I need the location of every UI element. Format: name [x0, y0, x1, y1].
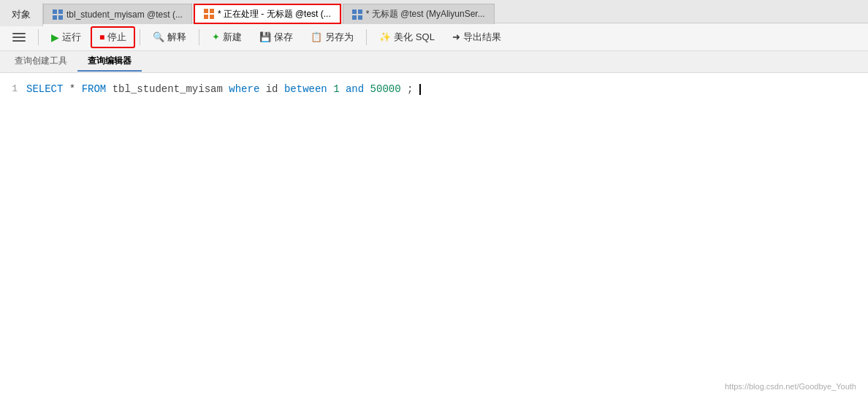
- save-icon: 💾: [259, 31, 271, 42]
- tab-tbl-student[interactable]: tbl_student_myisam @test (...: [43, 4, 192, 24]
- divider1: [38, 29, 39, 45]
- explain-icon: 🔍: [153, 31, 164, 42]
- new-label: 新建: [223, 31, 242, 44]
- saveas-button[interactable]: 📋 另存为: [302, 27, 362, 47]
- new-button[interactable]: ✦ 新建: [204, 27, 250, 47]
- run-icon: ▶: [51, 31, 59, 43]
- export-label: 导出结果: [463, 31, 501, 44]
- save-button[interactable]: 💾 保存: [251, 27, 301, 47]
- grid-icon: [53, 9, 63, 20]
- query-icon2: [352, 9, 362, 19]
- kw-select: SELECT: [26, 83, 63, 95]
- sym-star: *: [69, 83, 75, 95]
- editor-area[interactable]: 1 SELECT * FROM tbl_student_myisam where…: [0, 73, 868, 401]
- beautify-label: 美化 SQL: [394, 31, 435, 44]
- subtab-bar: 查询创建工具 查询编辑器: [0, 51, 868, 73]
- new-icon: ✦: [212, 31, 220, 42]
- kw-from: FROM: [82, 83, 107, 95]
- grid-icon2: [352, 9, 362, 20]
- line-number-1: 1: [0, 80, 26, 98]
- tab1-label: tbl_student_myisam @test (...: [66, 9, 183, 20]
- divider3: [199, 29, 199, 45]
- beautify-button[interactable]: ✨ 美化 SQL: [371, 27, 443, 47]
- tab-objects[interactable]: 对象: [0, 3, 43, 26]
- tab3-label: * 无标题 @test (MyAliyunSer...: [366, 8, 485, 20]
- saveas-icon: 📋: [311, 31, 322, 42]
- stop-label: 停止: [107, 31, 126, 44]
- table-icon: [53, 9, 63, 19]
- menu-button[interactable]: [4, 29, 34, 45]
- grid-orange-icon: [204, 9, 214, 19]
- kw-where: where: [229, 83, 259, 95]
- sym-semi: ;: [407, 83, 413, 95]
- tbl-name: tbl_student_myisam: [113, 83, 223, 95]
- tab2-label: * 正在处理 - 无标题 @test (...: [218, 8, 331, 20]
- tab-untitled[interactable]: * 无标题 @test (MyAliyunSer...: [343, 4, 495, 24]
- watermark: https://blog.csdn.net/Goodbye_Youth: [725, 382, 856, 391]
- objects-label: 对象: [12, 8, 31, 21]
- num-50000: 50000: [370, 83, 401, 95]
- run-button[interactable]: ▶ 运行: [43, 27, 89, 47]
- divider4: [366, 29, 367, 45]
- run-label: 运行: [62, 31, 81, 44]
- kw-and: and: [346, 83, 364, 95]
- stop-icon: ■: [99, 32, 104, 42]
- divider2: [140, 29, 140, 45]
- saveas-label: 另存为: [325, 31, 354, 44]
- explain-label: 解释: [167, 31, 186, 44]
- hamburger-icon: [12, 33, 26, 42]
- export-icon: ➜: [452, 31, 460, 42]
- num-1: 1: [333, 83, 339, 95]
- save-label: 保存: [274, 31, 293, 44]
- subtab-editor[interactable]: 查询编辑器: [77, 52, 142, 72]
- query-icon: [204, 9, 214, 19]
- toolbar: ▶ 运行 ■ 停止 🔍 解释 ✦ 新建 💾 保存 📋 另存为 ✨ 美化 SQL …: [0, 23, 868, 51]
- col-id: id: [266, 83, 278, 95]
- explain-button[interactable]: 🔍 解释: [145, 27, 194, 47]
- subtab-editor-label: 查询编辑器: [88, 56, 132, 66]
- tab-processing[interactable]: * 正在处理 - 无标题 @test (...: [194, 4, 341, 24]
- stop-button[interactable]: ■ 停止: [91, 26, 135, 48]
- subtab-create[interactable]: 查询创建工具: [4, 52, 77, 72]
- beautify-icon: ✨: [379, 31, 391, 42]
- subtab-create-label: 查询创建工具: [15, 56, 67, 66]
- cursor: [419, 84, 421, 95]
- tab-bar: 对象 tbl_student_myisam @test (... * 正在处理 …: [0, 0, 868, 23]
- export-button[interactable]: ➜ 导出结果: [444, 27, 509, 47]
- kw-between: between: [284, 83, 327, 95]
- code-content-1: SELECT * FROM tbl_student_myisam where i…: [26, 80, 868, 98]
- code-line-1: 1 SELECT * FROM tbl_student_myisam where…: [0, 80, 868, 98]
